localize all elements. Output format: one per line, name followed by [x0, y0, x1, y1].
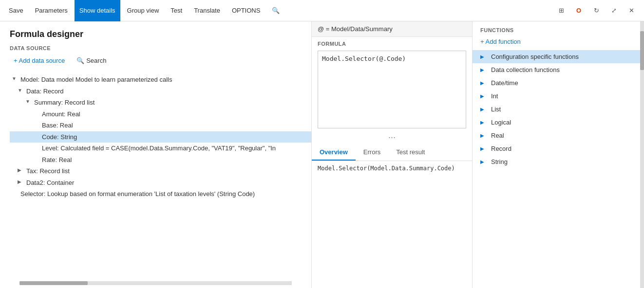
- title-bar: Save Parameters Show details Group view …: [0, 0, 644, 21]
- formula-text: Model.Selector(@.Code): [322, 55, 406, 62]
- tree-item-label: Amount: Real: [42, 109, 80, 119]
- scrollbar-thumb-vertical[interactable]: [640, 31, 644, 70]
- formula-section: FORMULA: [312, 37, 472, 51]
- show-details-button[interactable]: Show details: [75, 0, 120, 21]
- office-icon[interactable]: O: [572, 4, 586, 18]
- title-bar-right: ⊞ O ↻ ⤢ ✕: [554, 4, 640, 18]
- add-data-source-button[interactable]: + Add data source: [10, 55, 69, 66]
- tree-container[interactable]: ▼ Model: Data model Model to learn param…: [0, 74, 311, 279]
- function-item-label: Configuration specific functions: [491, 53, 579, 60]
- expand-icon: ▼: [18, 87, 25, 93]
- tree-item-label: Tax: Record list: [26, 166, 70, 176]
- translate-button[interactable]: Translate: [189, 0, 225, 21]
- chevron-icon: ▶: [480, 120, 488, 125]
- tree-item[interactable]: ▶ Data2: Container: [10, 177, 311, 189]
- chevron-icon: ▶: [480, 133, 488, 138]
- chevron-icon: ▶: [480, 146, 488, 151]
- formula-label: FORMULA: [318, 41, 466, 47]
- maximize-icon[interactable]: ⤢: [607, 4, 621, 18]
- tree-item[interactable]: ▼ Summary: Record list: [10, 97, 311, 108]
- right-panel: FUNCTIONS + Add function ▶ Configuration…: [473, 21, 644, 288]
- tree-item-label: Summary: Record list: [34, 98, 95, 108]
- functions-list: ▶ Configuration specific functions ▶ Dat…: [473, 50, 644, 288]
- search-titlebar-icon: 🔍: [272, 7, 280, 14]
- function-item-int[interactable]: ▶ Int: [473, 90, 644, 103]
- expand-icon: ▼: [12, 75, 19, 81]
- functions-label: FUNCTIONS: [480, 27, 636, 33]
- middle-panel: @ = Model/Data/Summary FORMULA Model.Sel…: [312, 21, 473, 288]
- search-titlebar-button[interactable]: 🔍: [267, 0, 284, 21]
- data-source-label: DATA SOURCE: [10, 45, 302, 51]
- function-item-string[interactable]: ▶ String: [473, 155, 644, 168]
- page-title: Formula designer: [10, 29, 302, 39]
- refresh-icon[interactable]: ↻: [589, 4, 603, 18]
- formula-output: Model.Selector(Model.Data.Summary.Code): [312, 161, 472, 288]
- horizontal-scrollbar[interactable]: [19, 281, 292, 285]
- function-item-label: Logical: [491, 119, 511, 126]
- test-button[interactable]: Test: [166, 0, 187, 21]
- chevron-icon: ▶: [480, 93, 488, 99]
- right-header: FUNCTIONS + Add function: [473, 21, 644, 50]
- scrollbar-thumb[interactable]: [19, 281, 88, 285]
- function-item-label: Real: [491, 132, 504, 139]
- function-item-logical[interactable]: ▶ Logical: [473, 116, 644, 129]
- vertical-scrollbar[interactable]: [640, 21, 644, 288]
- chevron-icon: ▶: [480, 67, 488, 72]
- tab-test-result[interactable]: Test result: [388, 144, 433, 161]
- formula-tabs: Overview Errors Test result: [312, 144, 472, 161]
- function-item-label: Date/time: [491, 79, 518, 87]
- save-button[interactable]: Save: [4, 0, 28, 21]
- tab-errors[interactable]: Errors: [356, 144, 388, 161]
- grid-icon[interactable]: ⊞: [554, 4, 568, 18]
- tree-item[interactable]: ▶ Level: Calculated field = CASE(model.D…: [10, 143, 302, 154]
- tree-item-selected[interactable]: ▶ Code: String: [10, 131, 311, 143]
- tree-item[interactable]: ▶ Selector: Lookup based on format enume…: [10, 188, 311, 200]
- panel-header: Formula designer DATA SOURCE + Add data …: [0, 21, 311, 74]
- search-icon: 🔍: [76, 57, 84, 64]
- function-item-label: Data collection functions: [491, 66, 560, 73]
- function-item-label: Int: [491, 92, 498, 100]
- expand-icon: ▶: [18, 166, 25, 173]
- chevron-icon: ▶: [480, 54, 488, 59]
- function-item-real[interactable]: ▶ Real: [473, 129, 644, 142]
- parameters-button[interactable]: Parameters: [30, 0, 73, 21]
- tree-item[interactable]: ▼ Model: Data model Model to learn param…: [10, 74, 311, 86]
- title-bar-left: Save Parameters Show details Group view …: [4, 0, 554, 21]
- bottom-scroll-area: [0, 279, 311, 288]
- search-data-source-button[interactable]: 🔍 Search: [73, 55, 110, 66]
- expand-icon: ▶: [18, 178, 25, 184]
- function-item-label: String: [491, 158, 508, 165]
- function-item-record[interactable]: ▶ Record: [473, 142, 644, 155]
- formula-editor[interactable]: Model.Selector(@.Code): [318, 51, 466, 128]
- tree-item-label: Level: Calculated field = CASE(model.Dat…: [42, 144, 276, 153]
- tree-item-label: Model: Data model Model to learn paramet…: [20, 75, 172, 85]
- left-panel: Formula designer DATA SOURCE + Add data …: [0, 21, 312, 288]
- expand-icon: ▼: [25, 98, 33, 104]
- options-button[interactable]: OPTIONS: [227, 0, 265, 21]
- formula-path-bar: @ = Model/Data/Summary: [312, 21, 472, 37]
- tree-item[interactable]: ▶ Tax: Record list: [10, 165, 311, 177]
- tree-item-label: Base: Real: [42, 121, 73, 130]
- toolbar-row: + Add data source 🔍 Search: [10, 55, 302, 66]
- function-item-configuration[interactable]: ▶ Configuration specific functions: [473, 50, 644, 63]
- chevron-icon: ▶: [480, 107, 488, 112]
- tree-item[interactable]: ▶ Base: Real: [10, 120, 311, 131]
- formula-more: ...: [312, 128, 472, 143]
- tree-item-label: Code: String: [42, 132, 77, 142]
- close-icon[interactable]: ✕: [625, 4, 638, 18]
- group-view-button[interactable]: Group view: [122, 0, 164, 21]
- tab-overview[interactable]: Overview: [312, 144, 356, 161]
- add-function-button[interactable]: + Add function: [480, 37, 636, 46]
- tree-item[interactable]: ▼ Data: Record: [10, 86, 311, 97]
- function-item-data-collection[interactable]: ▶ Data collection functions: [473, 63, 644, 76]
- function-item-label: List: [491, 106, 501, 113]
- function-item-label: Record: [491, 145, 511, 152]
- tree-item-label: Selector: Lookup based on format enumera…: [20, 189, 255, 199]
- function-item-list[interactable]: ▶ List: [473, 103, 644, 116]
- tree-item[interactable]: ▶ Amount: Real: [10, 108, 311, 120]
- chevron-icon: ▶: [480, 159, 488, 164]
- function-item-datetime[interactable]: ▶ Date/time: [473, 76, 644, 90]
- tree-item-label: Rate: Real: [42, 155, 72, 165]
- chevron-icon: ▶: [480, 80, 488, 86]
- tree-item[interactable]: ▶ Rate: Real: [10, 154, 311, 166]
